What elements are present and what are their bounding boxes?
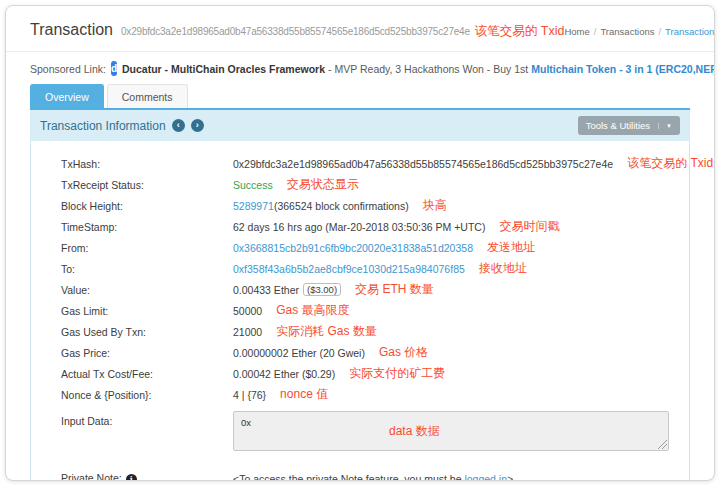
txhash-label: TxHash: <box>61 158 233 170</box>
table-row-gas-limit: Gas Limit: 50000 Gas 最高限度 <box>31 300 689 321</box>
gas-limit-annotation: Gas 最高限度 <box>276 302 349 319</box>
block-confirmations: (366524 block confirmations) <box>274 200 409 212</box>
nonce-annotation: nonce 值 <box>280 386 328 403</box>
breadcrumb-transactions[interactable]: Transactions <box>600 26 654 37</box>
tx-cost-annotation: 实际支付的矿工费 <box>349 365 445 382</box>
header-txid: 0x29bfdc3a2e1d98965ad0b47a56338d55b85574… <box>121 26 470 37</box>
sponsored-name: Ducatur - MultiChain Oracles Framework <box>122 63 325 75</box>
tab-overview[interactable]: Overview <box>30 84 104 108</box>
transaction-table: TxHash: 0x29bfdc3a2e1d98965ad0b47a56338d… <box>30 141 690 481</box>
main-content: Overview Comments Transaction Informatio… <box>30 84 690 481</box>
info-icon: i <box>126 474 137 481</box>
value-amount: 0.00433 Ether <box>233 284 299 296</box>
to-address-link[interactable]: 0xf358f43a6b5b2ae8cbf9ce1030d215a984076f… <box>233 263 465 275</box>
gas-price-annotation: Gas 价格 <box>379 344 428 361</box>
input-data-value: 0x <box>241 417 251 428</box>
table-row-receipt-status: TxReceipt Status: Success 交易状态显示 <box>31 174 689 195</box>
gas-price-label: Gas Price: <box>61 347 233 359</box>
gas-used-value: 21000 <box>233 326 262 338</box>
private-note-label: Private Note:i <box>61 472 233 481</box>
logged-in-link[interactable]: logged in <box>464 473 507 482</box>
receipt-status-label: TxReceipt Status: <box>61 179 233 191</box>
table-row-gas-used: Gas Used By Txn: 21000 实际消耗 Gas 数量 <box>31 321 689 342</box>
nonce-label: Nonce & {Position}: <box>61 389 233 401</box>
header-annotation: 该笔交易的 Txid <box>475 23 565 40</box>
tx-cost-value: 0.00042 Ether ($0.29) <box>233 368 335 380</box>
sponsored-bar: Sponsored Link: d Ducatur - MultiChain O… <box>6 52 714 84</box>
tab-comments[interactable]: Comments <box>107 84 188 108</box>
receipt-status-annotation: 交易状态显示 <box>287 176 359 193</box>
tools-utilities-label: Tools & Utilities <box>586 120 650 131</box>
ducatur-logo-icon: d <box>111 61 117 76</box>
input-data-textarea[interactable]: 0x data 数据 <box>233 411 669 451</box>
breadcrumb-current: Transaction Information <box>665 26 715 37</box>
table-row-gas-price: Gas Price: 0.00000002 Ether (20 Gwei) Ga… <box>31 342 689 363</box>
tools-utilities-button[interactable]: Tools & Utilities ▼ <box>578 116 680 135</box>
table-row-nonce: Nonce & {Position}: 4 | {76} nonce 值 <box>31 384 689 405</box>
txhash-value: 0x29bfdc3a2e1d98965ad0b47a56338d55b85574… <box>233 158 613 170</box>
table-row-value: Value: 0.00433 Ether ($3.00) 交易 ETH 数量 <box>31 279 689 300</box>
value-label: Value: <box>61 284 233 296</box>
table-row-tx-cost: Actual Tx Cost/Fee: 0.00042 Ether ($0.29… <box>31 363 689 384</box>
tx-cost-label: Actual Tx Cost/Fee: <box>61 368 233 380</box>
table-row-timestamp: TimeStamp: 62 days 16 hrs ago (Mar-20-20… <box>31 216 689 237</box>
block-height-annotation: 块高 <box>423 197 447 214</box>
value-usd-badge: ($3.00) <box>303 283 341 296</box>
private-note-text: <To access the private Note feature, you… <box>233 473 513 482</box>
timestamp-value: 62 days 16 hrs ago (Mar-20-2018 03:50:36… <box>233 221 485 233</box>
value-annotation: 交易 ETH 数量 <box>355 281 434 298</box>
table-row-block-height: Block Height: 5289971 (366524 block conf… <box>31 195 689 216</box>
from-annotation: 发送地址 <box>487 239 535 256</box>
from-label: From: <box>61 242 233 254</box>
page-header: Transaction 0x29bfdc3a2e1d98965ad0b47a56… <box>6 6 714 52</box>
panel-header: Transaction Information ‹ › Tools & Util… <box>30 110 690 141</box>
private-note-label-text: Private Note: <box>61 472 122 481</box>
gas-price-value: 0.00000002 Ether (20 Gwei) <box>233 347 365 359</box>
gas-limit-label: Gas Limit: <box>61 305 233 317</box>
private-note-suffix: > <box>507 473 513 482</box>
breadcrumb-separator: / <box>658 26 661 37</box>
private-note-prefix: <To access the private Note feature, you… <box>233 473 464 482</box>
from-address-link[interactable]: 0x3668815cb2b91c6fb9bc20020e31838a51d203… <box>233 242 473 254</box>
table-row-txhash: TxHash: 0x29bfdc3a2e1d98965ad0b47a56338d… <box>31 153 689 174</box>
page-title: Transaction <box>30 21 113 39</box>
sponsored-text: - MVP Ready, 3 Hackathons Won - Buy 1st <box>328 63 528 75</box>
table-row-private-note: Private Note:i <To access the private No… <box>31 468 689 481</box>
gas-used-label: Gas Used By Txn: <box>61 326 233 338</box>
block-height-link[interactable]: 5289971 <box>233 200 274 212</box>
panel-title: Transaction Information <box>40 119 166 133</box>
status-badge: Success <box>233 179 273 191</box>
table-row-from: From: 0x3668815cb2b91c6fb9bc20020e31838a… <box>31 237 689 258</box>
tab-bar: Overview Comments <box>30 84 690 108</box>
gas-used-annotation: 实际消耗 Gas 数量 <box>276 323 377 340</box>
txhash-annotation: 该笔交易的 Txid <box>627 155 713 172</box>
breadcrumb: Home/Transactions/Transaction Informatio… <box>564 26 715 37</box>
timestamp-label: TimeStamp: <box>61 221 233 233</box>
input-data-label: Input Data: <box>61 411 233 427</box>
input-data-annotation: data 数据 <box>389 423 440 440</box>
sponsored-link[interactable]: Multichain Token - 3 in 1 (ERC20,NEP-5,E… <box>531 63 715 75</box>
gas-limit-value: 50000 <box>233 305 262 317</box>
breadcrumb-separator: / <box>594 26 597 37</box>
resize-grip-icon[interactable] <box>658 440 667 449</box>
timestamp-annotation: 交易时间戳 <box>499 218 559 235</box>
chevron-down-icon: ▼ <box>658 123 672 129</box>
table-row-to: To: 0xf358f43a6b5b2ae8cbf9ce1030d215a984… <box>31 258 689 279</box>
to-label: To: <box>61 263 233 275</box>
table-row-input-data: Input Data: 0x data 数据 <box>31 411 689 451</box>
block-height-label: Block Height: <box>61 200 233 212</box>
to-annotation: 接收地址 <box>479 260 527 277</box>
nonce-value: 4 | {76} <box>233 389 266 401</box>
page-frame: Transaction 0x29bfdc3a2e1d98965ad0b47a56… <box>5 5 715 481</box>
sponsored-label: Sponsored Link: <box>30 63 106 75</box>
breadcrumb-home[interactable]: Home <box>564 26 589 37</box>
next-transaction-icon[interactable]: › <box>191 119 204 132</box>
prev-transaction-icon[interactable]: ‹ <box>172 119 185 132</box>
